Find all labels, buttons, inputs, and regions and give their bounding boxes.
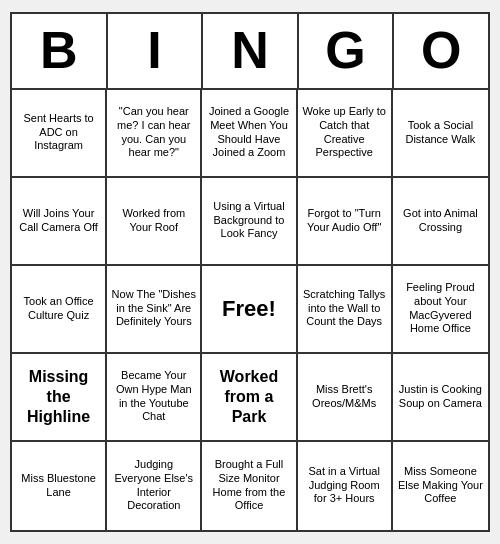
cell-16: Became Your Own Hype Man in the Youtube … bbox=[107, 354, 202, 442]
cell-13: Scratching Tallys into the Wall to Count… bbox=[298, 266, 393, 354]
bingo-letter-i: I bbox=[108, 14, 204, 87]
cell-19: Justin is Cooking Soup on Camera bbox=[393, 354, 488, 442]
free-space: Free! bbox=[202, 266, 297, 354]
cell-21: Judging Everyone Else's Interior Decorat… bbox=[107, 442, 202, 530]
cell-6: Worked from Your Roof bbox=[107, 178, 202, 266]
cell-1: "Can you hear me? I can hear you. Can yo… bbox=[107, 90, 202, 178]
cell-23: Sat in a Virtual Judging Room for 3+ Hou… bbox=[298, 442, 393, 530]
cell-11: Now The "Dishes in the Sink" Are Definit… bbox=[107, 266, 202, 354]
bingo-card: BINGO Sent Hearts to ADC on Instagram"Ca… bbox=[10, 12, 490, 531]
cell-0: Sent Hearts to ADC on Instagram bbox=[12, 90, 107, 178]
bingo-grid: Sent Hearts to ADC on Instagram"Can you … bbox=[12, 90, 488, 530]
cell-18: Miss Brett's Oreos/M&Ms bbox=[298, 354, 393, 442]
cell-10: Took an Office Culture Quiz bbox=[12, 266, 107, 354]
bingo-letter-g: G bbox=[299, 14, 395, 87]
bingo-letter-b: B bbox=[12, 14, 108, 87]
bingo-letter-n: N bbox=[203, 14, 299, 87]
cell-14: Feeling Proud about Your MacGyvered Home… bbox=[393, 266, 488, 354]
cell-24: Miss Someone Else Making Your Coffee bbox=[393, 442, 488, 530]
bingo-header: BINGO bbox=[12, 14, 488, 89]
bingo-letter-o: O bbox=[394, 14, 488, 87]
cell-2: Joined a Google Meet When You Should Hav… bbox=[202, 90, 297, 178]
cell-3: Woke up Early to Catch that Creative Per… bbox=[298, 90, 393, 178]
cell-17: Worked from a Park bbox=[202, 354, 297, 442]
cell-15: Missing the Highline bbox=[12, 354, 107, 442]
cell-4: Took a Social Distance Walk bbox=[393, 90, 488, 178]
cell-5: Will Joins Your Call Camera Off bbox=[12, 178, 107, 266]
cell-22: Brought a Full Size Monitor Home from th… bbox=[202, 442, 297, 530]
cell-9: Got into Animal Crossing bbox=[393, 178, 488, 266]
cell-20: Miss Bluestone Lane bbox=[12, 442, 107, 530]
cell-8: Forgot to "Turn Your Audio Off" bbox=[298, 178, 393, 266]
cell-7: Using a Virtual Background to Look Fancy bbox=[202, 178, 297, 266]
